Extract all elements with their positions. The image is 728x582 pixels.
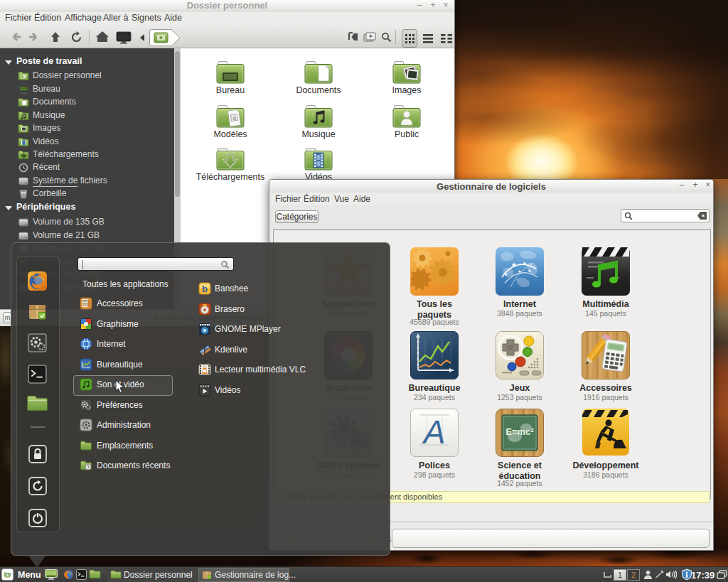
svg-text:E=mc²: E=mc² bbox=[505, 426, 534, 437]
svg-text:b: b bbox=[202, 284, 208, 294]
svg-text:A: A bbox=[422, 414, 446, 451]
svg-text:lm: lm bbox=[4, 571, 11, 577]
